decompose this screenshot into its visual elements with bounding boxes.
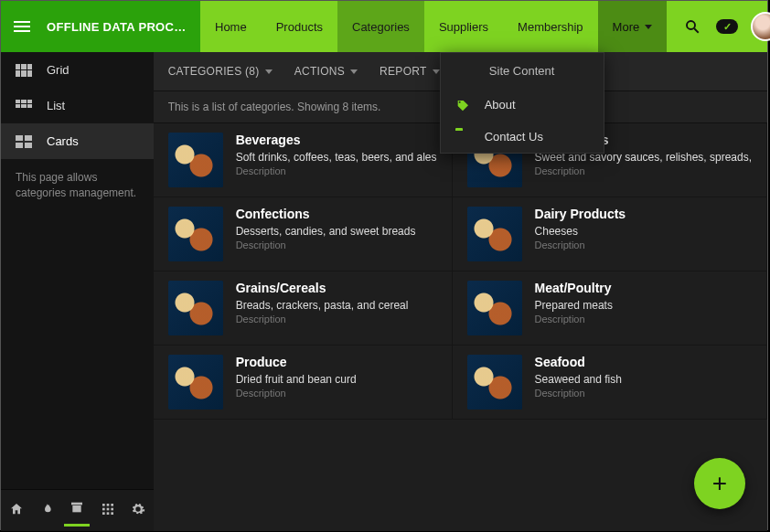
search-icon[interactable] [681, 16, 703, 37]
category-thumbnail [168, 207, 223, 261]
category-description: Soft drinks, coffees, teas, beers, and a… [236, 151, 437, 164]
category-description: Prepared meats [535, 299, 752, 312]
category-description: Cheeses [535, 225, 752, 238]
price-tag-icon [455, 99, 472, 112]
category-thumbnail [467, 281, 522, 335]
svg-rect-6 [111, 504, 113, 506]
settings-icon[interactable] [125, 496, 151, 526]
category-thumbnail [168, 281, 223, 335]
trending-icon[interactable] [34, 496, 59, 526]
sidebar-item-cards[interactable]: Cards [1, 123, 154, 159]
category-description: Desserts, candies, and sweet breads [236, 225, 437, 238]
category-card[interactable]: Meat/PoultryPrepared meatsDescription [453, 271, 767, 346]
nav-item-suppliers[interactable]: Suppliers [424, 1, 503, 52]
nav-item-categories[interactable]: Categories [337, 1, 424, 52]
category-card[interactable]: ProduceDried fruit and bean curdDescript… [154, 346, 453, 420]
sidebar-item-list[interactable]: List [1, 88, 154, 123]
category-meta: Description [535, 165, 752, 176]
report-dropdown[interactable]: REPORT [380, 65, 440, 78]
category-name: Meat/Poultry [535, 281, 752, 295]
category-thumbnail [168, 133, 223, 187]
category-meta: Description [236, 388, 437, 399]
add-fab-button[interactable]: + [694, 458, 745, 509]
category-thumbnail [168, 355, 223, 410]
category-card[interactable]: Grains/CerealsBreads, crackers, pasta, a… [154, 271, 453, 346]
category-card[interactable]: Dairy ProductsCheesesDescription [453, 197, 767, 271]
more-dropdown-menu: Site Content About Contact Us [440, 52, 604, 154]
nav-item-home[interactable]: Home [200, 1, 262, 52]
category-meta: Description [535, 314, 752, 325]
category-card[interactable]: ConfectionsDesserts, candies, and sweet … [154, 197, 453, 271]
category-card[interactable]: SeafoodSeaweed and fishDescription [453, 346, 767, 420]
category-name: Dairy Products [535, 207, 752, 221]
topbar-actions [667, 1, 770, 52]
chevron-down-icon [350, 69, 358, 74]
category-description: Breads, crackers, pasta, and cereal [236, 299, 437, 312]
svg-rect-2 [71, 503, 82, 505]
sync-status-icon[interactable] [716, 16, 738, 37]
nav-item-membership[interactable]: Membership [503, 1, 598, 52]
svg-rect-12 [111, 512, 113, 515]
category-thumbnail [467, 355, 522, 410]
svg-rect-3 [73, 505, 81, 512]
apps-icon[interactable] [95, 496, 121, 526]
brand-area: OFFLINE DATA PROCESS... [1, 1, 200, 52]
view-cards-icon [16, 135, 32, 148]
svg-rect-8 [106, 507, 109, 510]
main-content: CATEGORIES (8) ACTIONS REPORT This is a … [154, 52, 767, 531]
svg-rect-5 [106, 504, 109, 506]
category-name: Seafood [535, 355, 752, 369]
category-name: Beverages [236, 133, 437, 147]
svg-rect-4 [102, 504, 105, 506]
chevron-down-icon [645, 25, 652, 29]
chevron-down-icon [265, 69, 273, 74]
categories-dropdown[interactable]: CATEGORIES (8) [168, 65, 273, 78]
home-icon[interactable] [4, 496, 29, 526]
folder-icon [455, 131, 472, 144]
category-meta: Description [236, 239, 437, 250]
nav-item-products[interactable]: Products [262, 1, 337, 52]
avatar[interactable] [751, 12, 770, 41]
sidebar-bottom-nav [1, 489, 154, 531]
sidebar-item-label: List [47, 99, 65, 112]
nav-item-more[interactable]: More [598, 1, 668, 52]
menu-toggle-icon[interactable] [14, 21, 30, 32]
svg-rect-9 [111, 507, 113, 510]
sidebar: GridListCards This page allows categorie… [1, 52, 154, 531]
category-name: Grains/Cereals [236, 281, 437, 295]
app-title: OFFLINE DATA PROCESS... [47, 20, 187, 34]
category-name: Confections [236, 207, 437, 221]
category-card[interactable]: BeveragesSoft drinks, coffees, teas, bee… [154, 123, 453, 197]
sidebar-item-grid[interactable]: Grid [1, 52, 154, 88]
actions-dropdown[interactable]: ACTIONS [294, 65, 358, 78]
category-meta: Description [236, 165, 437, 176]
sidebar-item-label: Cards [47, 134, 79, 148]
svg-rect-11 [106, 512, 109, 515]
svg-rect-10 [102, 512, 105, 515]
dropdown-item-about[interactable]: About [441, 89, 604, 121]
app-topbar: OFFLINE DATA PROCESS... HomeProductsCate… [1, 1, 767, 52]
archive-icon[interactable] [64, 495, 90, 527]
view-grid-icon [16, 64, 32, 77]
category-name: Produce [236, 355, 437, 369]
svg-point-0 [687, 21, 695, 29]
sidebar-item-label: Grid [47, 63, 70, 77]
dropdown-title: Site Content [441, 53, 604, 89]
primary-nav: HomeProductsCategoriesSuppliersMembershi… [200, 1, 667, 52]
category-meta: Description [535, 239, 752, 250]
category-thumbnail [467, 207, 522, 261]
chevron-down-icon [433, 69, 440, 74]
svg-rect-7 [102, 507, 105, 510]
category-meta: Description [535, 388, 752, 399]
category-meta: Description [236, 314, 437, 325]
dropdown-item-label: About [485, 98, 516, 112]
dropdown-item-contact[interactable]: Contact Us [441, 121, 604, 153]
view-list-icon [16, 100, 32, 112]
category-description: Dried fruit and bean curd [236, 373, 437, 386]
category-description: Seaweed and fish [535, 373, 752, 386]
svg-line-1 [694, 28, 699, 33]
dropdown-item-label: Contact Us [485, 130, 543, 144]
sidebar-hint: This page allows categories management. [1, 159, 154, 212]
